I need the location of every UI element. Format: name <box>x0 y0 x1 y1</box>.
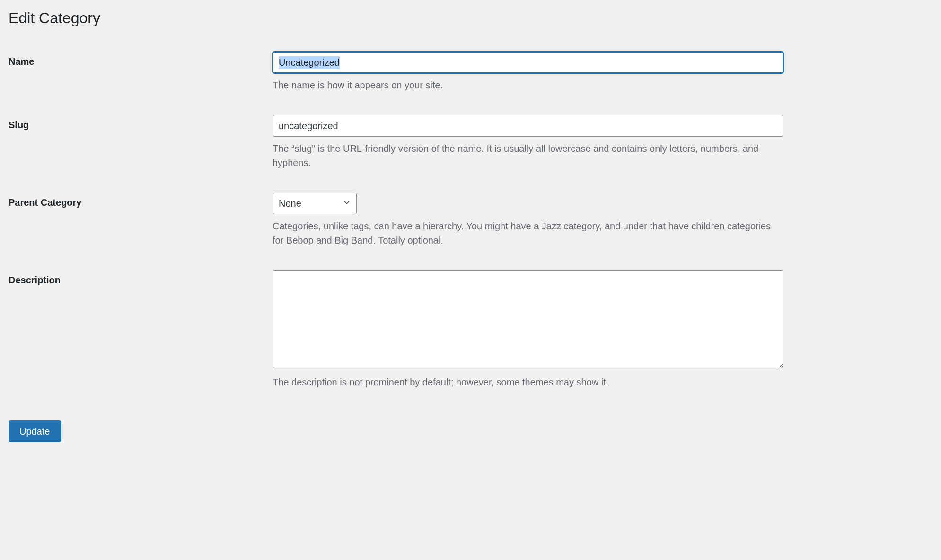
slug-description: The “slug” is the URL-friendly version o… <box>273 141 774 170</box>
parent-select[interactable]: None <box>273 192 357 214</box>
parent-description: Categories, unlike tags, can have a hier… <box>273 219 774 247</box>
edit-category-form: Name Uncategorized The name is how it ap… <box>9 40 932 401</box>
name-label: Name <box>9 56 34 67</box>
page-title: Edit Category <box>9 9 932 27</box>
field-row-parent: Parent Category None Categories, unlike … <box>9 181 932 259</box>
description-label: Description <box>9 275 61 285</box>
name-description: The name is how it appears on your site. <box>273 78 774 92</box>
field-row-description: Description The description is not promi… <box>9 259 932 401</box>
slug-input[interactable] <box>273 115 783 137</box>
name-input[interactable]: Uncategorized <box>273 52 783 73</box>
field-row-name: Name Uncategorized The name is how it ap… <box>9 40 932 104</box>
submit-row: Update <box>9 420 932 442</box>
description-description: The description is not prominent by defa… <box>273 375 774 389</box>
name-input-selected-text: Uncategorized <box>279 56 340 69</box>
field-row-slug: Slug The “slug” is the URL-friendly vers… <box>9 104 932 181</box>
parent-label: Parent Category <box>9 197 82 208</box>
slug-label: Slug <box>9 120 29 130</box>
update-button[interactable]: Update <box>9 420 61 442</box>
description-textarea[interactable] <box>273 270 783 368</box>
